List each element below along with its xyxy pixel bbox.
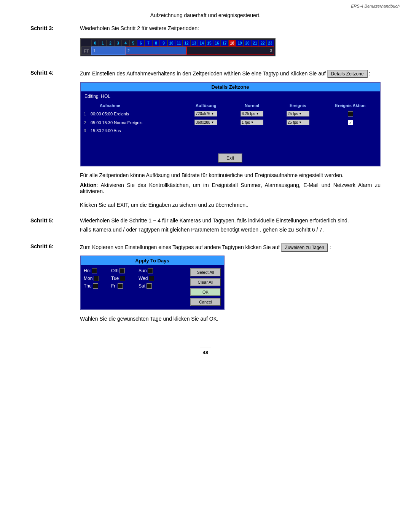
hol-label: Hol: [84, 268, 91, 273]
mon-label: Mon: [84, 276, 92, 281]
col-aufnahme: Aufnahme: [88, 102, 183, 109]
cancel-button[interactable]: Cancel: [190, 298, 221, 306]
mon-checkbox[interactable]: [94, 276, 99, 281]
dialog-exit-row: Exit: [81, 150, 380, 166]
clear-all-button[interactable]: Clear All: [190, 278, 221, 286]
row-2-action: ✓: [321, 118, 380, 127]
details-zeitzone-dialog: Details Zeitzone Editing: HOL Aufnahme A…: [80, 82, 381, 166]
sun-checkbox[interactable]: [148, 268, 153, 273]
timeline-hours-row: 0 1 2 3 4 5 6 7 8 9 10 11 12 13 14 15 16: [81, 40, 274, 46]
sat-label: Sat: [139, 283, 145, 289]
row-2-num: 2: [81, 118, 88, 127]
hour-6: 6: [137, 40, 145, 46]
step-3-label: Schritt 3:: [30, 25, 80, 31]
day-wed: Wed: [139, 276, 161, 281]
step-3-block: Schritt 3: Wiederholen Sie Schritt 2 für…: [30, 25, 381, 62]
thu-checkbox[interactable]: [93, 283, 98, 289]
sun-label: Sun: [139, 268, 147, 273]
timeline-bar-2: 2: [126, 46, 186, 55]
row-3-resolution: [183, 127, 229, 134]
oth-checkbox[interactable]: [119, 268, 125, 273]
dialog-table: Aufnahme Auflösung Normal Ereignis Ereig…: [81, 102, 380, 150]
row-1-checkbox[interactable]: [348, 111, 353, 117]
oth-label: Oth: [111, 268, 118, 273]
day-sat: Sat: [139, 283, 161, 289]
page-header: ERS-4 Benutzerhandbuch: [0, 0, 411, 8]
row-3-time: 15:30 24:00 Aus: [88, 127, 183, 134]
hour-19: 19: [236, 40, 244, 46]
step-4-action: Aktion: Aktivieren Sie das Kontrollkästc…: [80, 182, 381, 194]
details-zeitzone-button[interactable]: Details Zeitzone: [327, 70, 368, 78]
hour-7: 7: [145, 40, 152, 46]
dialog-exit-button[interactable]: Exit: [218, 153, 242, 163]
dialog-row-2: 2 05:00 15:30 NormalEreignis 360x288 1 f…: [81, 118, 380, 127]
row-1-resolution: 720x576: [183, 109, 229, 118]
select-all-button[interactable]: Select All: [190, 268, 221, 276]
col-ereignis-aktion: Ereignis Aktion: [321, 102, 380, 109]
page-number: 48: [203, 350, 208, 355]
wed-checkbox[interactable]: [149, 276, 154, 281]
hour-17: 17: [221, 40, 228, 46]
tue-checkbox[interactable]: [120, 276, 125, 281]
hour-8: 8: [152, 40, 160, 46]
apply-days-grid: Hol Oth Sun: [84, 268, 187, 306]
step-6-content: Zum Kopieren von Einstellungen eines Tag…: [80, 243, 381, 325]
apply-dialog-body: Hol Oth Sun: [81, 265, 224, 309]
apply-days-row-2: Mon Tue Wed: [84, 276, 187, 281]
hour-9: 9: [160, 40, 167, 46]
hour-10: 10: [167, 40, 175, 46]
apply-dialog-title: Apply To Days: [81, 256, 224, 265]
timeline-bar-container: 1 2 3: [91, 46, 274, 55]
row-1-res-select[interactable]: 720x576: [194, 111, 217, 117]
step-6-label: Schritt 6:: [30, 243, 80, 249]
row-2-res-select[interactable]: 360x288: [194, 120, 217, 125]
sat-checkbox[interactable]: [147, 283, 152, 289]
step-5-p1: Wiederholen Sie die Schritte 1 ~ 4 für a…: [80, 217, 381, 224]
col-ereignis: Ereignis: [275, 102, 321, 109]
hour-16: 16: [213, 40, 221, 46]
day-tue: Tue: [111, 276, 134, 281]
timeline-bar-3: 3: [186, 46, 274, 55]
day-hol: Hol: [84, 268, 107, 273]
hour-2: 2: [107, 40, 114, 46]
apply-days-row-3: Thu Fri Sat: [84, 283, 187, 289]
hour-1: 1: [99, 40, 107, 46]
hour-22: 22: [259, 40, 266, 46]
row-2-normal-select[interactable]: 1 fps: [241, 120, 263, 125]
hol-checkbox[interactable]: [92, 268, 97, 273]
hour-4: 4: [122, 40, 129, 46]
row-1-normal-select[interactable]: 6.25 fps: [241, 111, 263, 117]
wed-label: Wed: [139, 276, 148, 281]
dialog-title: Details Zeitzone: [81, 83, 380, 91]
row-2-resolution: 360x288: [183, 118, 229, 127]
zuweisen-button[interactable]: Zuweisen zu Tagen: [281, 243, 328, 252]
intro-text: Aufzeichnung dauerhaft und ereignisgeste…: [30, 12, 381, 18]
apply-action-buttons: Select All Clear All OK Cancel: [190, 268, 221, 306]
dialog-row-1: 1 00:00 05:00 Ereignis 720x576 6.25 fps …: [81, 109, 380, 118]
day-mon: Mon: [84, 276, 107, 281]
timeline-ft-row: FT 1 2 3: [81, 46, 274, 55]
step-4-sub2: Klicken Sie auf EXIT, um die Eingaben zu…: [80, 202, 381, 208]
step-4-content: Zum Einstellen des Aufnahmeverhaltens in…: [80, 70, 381, 210]
hour-14: 14: [198, 40, 206, 46]
hour-18: 18: [228, 40, 236, 46]
row-1-ereignis: 25 fps: [275, 109, 321, 118]
row-1-ereignis-select[interactable]: 25 fps: [287, 111, 309, 117]
step-3-text: Wiederholen Sie Schritt 2 für weitere Ze…: [80, 25, 381, 31]
step-5-content: Wiederholen Sie die Schritte 1 ~ 4 für a…: [80, 217, 381, 236]
ok-button[interactable]: OK: [190, 288, 221, 296]
step-4-block: Schritt 4: Zum Einstellen des Aufnahmeve…: [30, 70, 381, 210]
hour-15: 15: [206, 40, 213, 46]
row-2-checkbox[interactable]: ✓: [348, 120, 353, 125]
day-thu: Thu: [84, 283, 107, 289]
day-fri: Fri: [111, 283, 134, 289]
step-4-label: Schritt 4:: [30, 70, 80, 76]
day-oth: Oth: [111, 268, 134, 273]
step-6-sub: Wählen Sie die gewünschten Tage und klic…: [80, 316, 381, 322]
apply-days-row-1: Hol Oth Sun: [84, 268, 187, 273]
dialog-editing: Editing: HOL: [81, 91, 380, 101]
row-2-ereignis-select[interactable]: 25 fps: [287, 120, 309, 125]
hour-23: 23: [266, 40, 274, 46]
col-aufloesung: Auflösung: [183, 102, 229, 109]
fri-checkbox[interactable]: [118, 283, 123, 289]
